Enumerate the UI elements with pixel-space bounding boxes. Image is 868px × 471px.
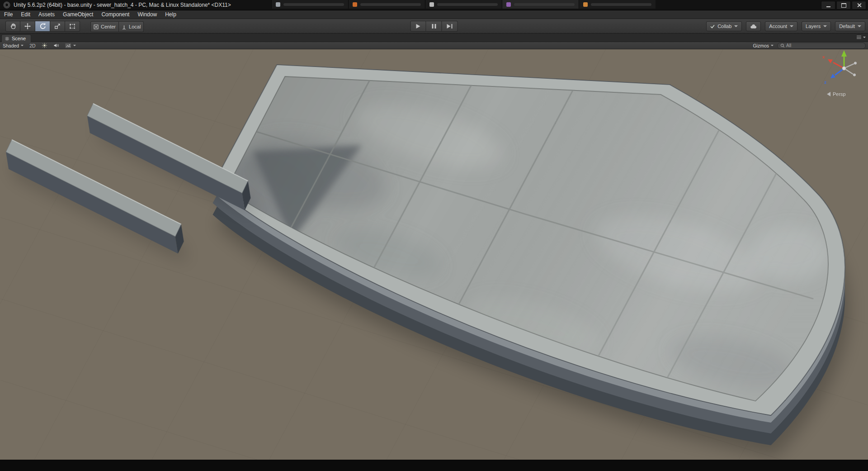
scene-tab-label: Scene: [12, 36, 26, 41]
window-controls: [821, 1, 866, 10]
gizmos-dropdown[interactable]: Gizmos: [753, 43, 774, 48]
rect-tool-icon: [69, 23, 76, 30]
tab-icon: [583, 2, 588, 7]
pivot-center-label: Center: [101, 24, 116, 29]
projection-toggle[interactable]: Persp: [827, 91, 846, 97]
tab-icon: [353, 2, 357, 7]
scene-audio-toggle[interactable]: [53, 43, 59, 48]
scene-search-input[interactable]: [786, 43, 863, 48]
move-tool-icon: [24, 23, 31, 30]
step-button[interactable]: [442, 21, 458, 32]
maximize-button[interactable]: [836, 1, 851, 10]
pane-menu-icon: [856, 35, 862, 39]
pivot-local-button[interactable]: Local: [119, 21, 144, 32]
chevron-down-icon: [734, 25, 738, 27]
pivot-center-button[interactable]: Center: [90, 21, 119, 32]
scene-lighting-toggle[interactable]: [42, 43, 47, 48]
play-icon: [416, 24, 420, 29]
search-icon: [780, 43, 785, 48]
tab-title-placeholder: [437, 3, 498, 6]
tab-title-placeholder: [591, 3, 651, 6]
background-tab[interactable]: [502, 0, 579, 9]
menu-item-edit[interactable]: Edit: [17, 10, 34, 19]
step-icon: [447, 24, 453, 29]
pane-menu-button[interactable]: [856, 35, 866, 39]
tab-title-placeholder: [360, 3, 421, 6]
menu-item-component[interactable]: Component: [97, 10, 133, 19]
rotate-tool-button[interactable]: [35, 21, 50, 32]
pivot-center-icon: [94, 24, 99, 29]
background-tab[interactable]: [425, 0, 502, 9]
pivot-local-label: Local: [129, 24, 141, 29]
z-axis-cone[interactable]: [830, 74, 835, 78]
gizmo-neg-axis-handle[interactable]: [854, 62, 857, 64]
chevron-down-icon: [858, 25, 861, 27]
projection-icon: [827, 92, 830, 96]
scene-search-field[interactable]: [777, 43, 866, 49]
gizmo-neg-axis-handle[interactable]: [853, 73, 856, 76]
tab-title-placeholder: [283, 3, 344, 6]
z-axis-label: z: [824, 80, 826, 85]
chevron-down-icon: [823, 25, 827, 27]
layout-dropdown[interactable]: Default: [835, 21, 865, 31]
tab-scene[interactable]: Scene: [1, 34, 31, 42]
pause-button[interactable]: [426, 21, 442, 32]
close-button[interactable]: [852, 1, 866, 10]
background-tab[interactable]: [348, 0, 425, 9]
toggle-2d-label: 2D: [29, 43, 35, 48]
scene-viewport[interactable]: y x z Persp: [0, 49, 868, 460]
tab-icon: [276, 2, 280, 7]
menu-item-gameobject[interactable]: GameObject: [59, 10, 97, 19]
orientation-gizmo[interactable]: y x z: [822, 49, 857, 85]
background-tab[interactable]: [579, 0, 656, 9]
toggle-2d-button[interactable]: 2D: [29, 43, 35, 48]
beam-side: [6, 152, 178, 254]
menu-item-file[interactable]: File: [0, 10, 17, 19]
scene-grid-icon: [5, 36, 9, 41]
scene-tab-bar: Scene: [0, 33, 868, 42]
play-button[interactable]: [410, 21, 426, 32]
rect-tool-button[interactable]: [65, 21, 80, 32]
bottom-strip: [0, 460, 868, 471]
layout-label: Default: [839, 24, 855, 29]
scene-3d-view[interactable]: y x z Persp: [0, 49, 868, 460]
shading-mode-label: Shaded: [3, 43, 19, 48]
pause-icon: [432, 24, 436, 29]
x-axis-cone[interactable]: [828, 59, 833, 63]
close-icon: [857, 3, 862, 8]
playback-controls: [410, 21, 458, 32]
menu-item-assets[interactable]: Assets: [34, 10, 59, 19]
move-tool-button[interactable]: [20, 21, 35, 32]
rotate-tool-icon: [39, 23, 46, 30]
account-dropdown[interactable]: Account: [765, 21, 797, 31]
menu-item-help[interactable]: Help: [161, 10, 180, 19]
minimize-button[interactable]: [821, 1, 835, 10]
gizmos-label: Gizmos: [753, 43, 769, 48]
background-tab[interactable]: [271, 0, 348, 9]
cloud-icon: [750, 24, 757, 29]
scale-tool-button[interactable]: [50, 21, 65, 32]
collab-check-icon: [710, 24, 715, 29]
shading-mode-dropdown[interactable]: Shaded: [3, 43, 24, 48]
layers-label: Layers: [806, 24, 821, 29]
y-axis-cone[interactable]: [841, 50, 847, 57]
beam-top: [87, 104, 248, 193]
window-titlebar: Unity 5.6.2p2 (64bit) - base.unity - sew…: [0, 0, 868, 10]
speaker-icon: [53, 43, 59, 48]
sun-icon: [42, 43, 47, 48]
scene-effects-dropdown[interactable]: [65, 43, 76, 48]
layers-dropdown[interactable]: Layers: [802, 21, 831, 31]
pivot-local-icon: [122, 24, 127, 29]
chevron-down-icon: [863, 37, 866, 38]
maximize-icon: [841, 3, 846, 8]
cloud-button[interactable]: [746, 21, 761, 31]
gizmo-center[interactable]: [842, 67, 846, 70]
scale-tool-icon: [54, 23, 61, 30]
menu-item-window[interactable]: Window: [133, 10, 161, 19]
hand-tool-button[interactable]: [5, 21, 20, 32]
projection-label: Persp: [833, 91, 846, 97]
main-toolbar: Center Local Collab: [0, 19, 868, 33]
concrete-platform-mesh[interactable]: [181, 49, 868, 457]
background-window-tabs: [271, 0, 656, 9]
collab-dropdown[interactable]: Collab: [706, 21, 742, 31]
